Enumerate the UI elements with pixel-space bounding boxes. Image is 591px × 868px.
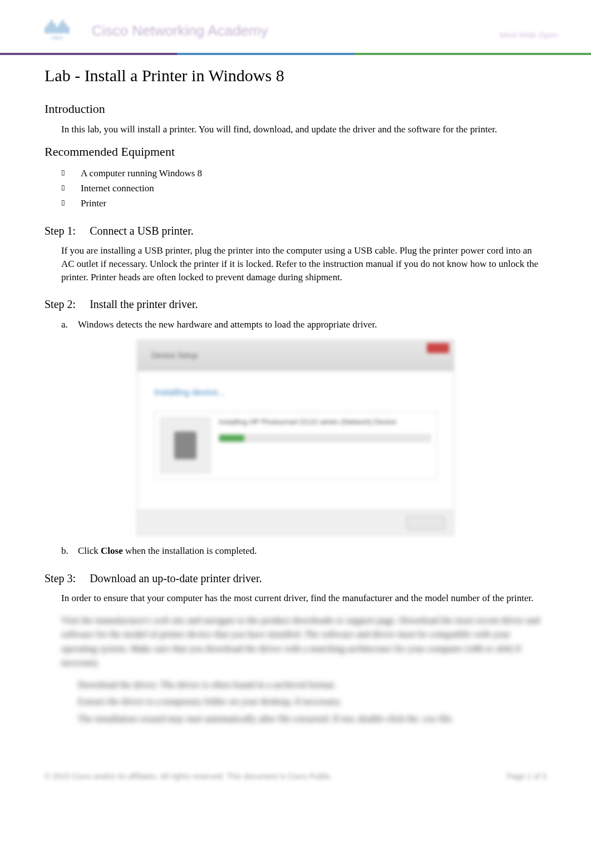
page-title: Lab - Install a Printer in Windows 8 xyxy=(45,66,546,85)
installing-status: Installing device... xyxy=(154,388,437,398)
step2-heading: Step 2: Install the printer driver. xyxy=(45,298,546,311)
blurred-paragraph: Visit the manufacturer's web site and na… xyxy=(61,613,546,670)
step3-heading: Step 3: Download an up-to-date printer d… xyxy=(45,572,546,585)
document-footer: © 2015 Cisco and/or its affiliates. All … xyxy=(0,750,591,792)
blurred-content: Visit the manufacturer's web site and na… xyxy=(61,613,546,728)
blurred-list: Download the driver. The driver is often… xyxy=(61,677,546,728)
step2-label: Step 2: xyxy=(45,298,76,311)
progress-bar xyxy=(219,434,431,442)
step1-text: If you are installing a USB printer, plu… xyxy=(61,244,546,284)
document-header: cisco Cisco Networking Academy Mind Wide… xyxy=(0,0,591,55)
step2-title: Install the printer driver. xyxy=(90,298,198,310)
step3-label: Step 3: xyxy=(45,572,76,585)
academy-name: Cisco Networking Academy xyxy=(92,22,268,39)
blurred-item: The installation wizard may start automa… xyxy=(61,711,546,728)
step2-item-b: b. Click Close when the installation is … xyxy=(61,544,546,558)
step3-text: In order to ensure that your computer ha… xyxy=(61,592,546,605)
window-footer xyxy=(137,510,454,535)
screenshot-wrapper: Device Setup Installing device... Instal… xyxy=(137,340,454,535)
equipment-list: A computer running Windows 8 Internet co… xyxy=(61,166,546,211)
logo-text: cisco xyxy=(33,34,81,41)
progress-fill xyxy=(219,435,244,442)
copyright-text: © 2015 Cisco and/or its affiliates. All … xyxy=(45,772,333,781)
item-text-before: Click xyxy=(78,545,101,556)
item-text-after: when the installation is completed. xyxy=(123,545,257,556)
blurred-item: Extract the driver to a temporary folder… xyxy=(61,693,546,711)
close-button xyxy=(406,516,445,530)
step2-list: a. Windows detects the new hardware and … xyxy=(61,318,546,332)
item-marker: b. xyxy=(61,544,68,558)
step1-heading: Step 1: Connect a USB printer. xyxy=(45,225,546,237)
device-setup-window: Device Setup Installing device... Instal… xyxy=(137,340,454,535)
equipment-item: A computer running Windows 8 xyxy=(61,166,546,181)
equipment-item: Printer xyxy=(61,196,546,211)
window-body: Installing device... Installing HP Photo… xyxy=(137,371,454,510)
window-title: Device Setup xyxy=(151,351,198,360)
tagline: Mind Wide Open xyxy=(500,31,558,39)
cisco-logo: cisco xyxy=(33,17,81,44)
step1-label: Step 1: xyxy=(45,225,76,237)
close-icon xyxy=(427,343,449,353)
device-name: Installing HP Photosmart D110 series (Ne… xyxy=(219,418,431,426)
device-info: Installing HP Photosmart D110 series (Ne… xyxy=(219,418,431,442)
page-number: Page 1 of 3 xyxy=(506,772,546,781)
step2-item-a: a. Windows detects the new hardware and … xyxy=(61,318,546,332)
intro-text: In this lab, you will install a printer.… xyxy=(61,123,546,136)
equipment-item: Internet connection xyxy=(61,181,546,196)
document-content: Lab - Install a Printer in Windows 8 Int… xyxy=(0,55,591,750)
printer-icon xyxy=(160,418,210,473)
intro-heading: Introduction xyxy=(45,102,546,116)
logo-area: cisco Cisco Networking Academy xyxy=(33,17,558,44)
equipment-heading: Recommended Equipment xyxy=(45,145,546,159)
step2-list-cont: b. Click Close when the installation is … xyxy=(61,544,546,558)
window-titlebar: Device Setup xyxy=(137,340,454,371)
step3-title: Download an up-to-date printer driver. xyxy=(90,572,262,584)
device-row: Installing HP Photosmart D110 series (Ne… xyxy=(154,411,437,479)
step1-title: Connect a USB printer. xyxy=(90,225,194,237)
item-marker: a. xyxy=(61,318,68,332)
bold-close: Close xyxy=(101,545,123,556)
blurred-item: Download the driver. The driver is often… xyxy=(61,677,546,694)
item-text: Windows detects the new hardware and att… xyxy=(78,319,377,330)
